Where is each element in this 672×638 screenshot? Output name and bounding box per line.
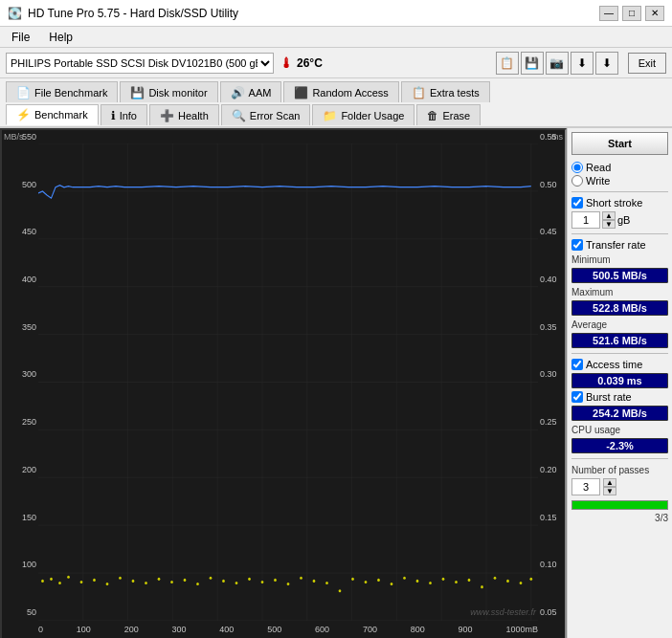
menu-help[interactable]: Help xyxy=(45,30,77,45)
tab-file-benchmark[interactable]: 📄 File Benchmark xyxy=(6,81,118,102)
write-radio[interactable] xyxy=(571,175,583,187)
stroke-unit: gB xyxy=(617,214,630,226)
tab-health-label: Health xyxy=(178,110,209,121)
minimize-button[interactable]: — xyxy=(599,6,618,21)
svg-point-38 xyxy=(235,582,238,584)
drive-select[interactable]: PHILIPS Portable SSD SCSI Disk DV1021B0 … xyxy=(6,53,274,74)
svg-point-52 xyxy=(416,580,419,583)
minimum-value: 500.5 MB/s xyxy=(571,268,668,283)
short-stroke-checkbox-item[interactable]: Short stroke xyxy=(571,197,668,209)
tab-erase-label: Erase xyxy=(442,110,470,121)
svg-point-41 xyxy=(274,579,277,582)
tab-error-scan[interactable]: 🔍 Error Scan xyxy=(221,104,311,125)
maximize-button[interactable]: □ xyxy=(622,6,641,21)
svg-point-44 xyxy=(313,580,316,583)
tab-file-benchmark-label: File Benchmark xyxy=(34,87,107,99)
tab-erase[interactable]: 🗑 Erase xyxy=(416,104,481,125)
tab-aam[interactable]: 🔊 AAM xyxy=(220,81,282,102)
svg-point-35 xyxy=(196,583,199,585)
svg-point-59 xyxy=(506,580,509,583)
tab-row-2: ⚡ Benchmark ℹ Info ➕ Health 🔍 Error Scan… xyxy=(4,103,668,126)
chart-left-axis: 550 500 450 400 350 300 250 200 150 100 … xyxy=(2,130,38,619)
tab-disk-monitor[interactable]: 💾 Disk monitor xyxy=(120,81,217,102)
access-time-checkbox-item[interactable]: Access time xyxy=(571,359,668,370)
stroke-down-button[interactable]: ▼ xyxy=(602,220,616,229)
divider-3 xyxy=(571,353,668,354)
stroke-input[interactable] xyxy=(571,211,600,229)
tab-benchmark[interactable]: ⚡ Benchmark xyxy=(6,104,99,125)
burst-rate-checkbox[interactable] xyxy=(571,391,583,403)
svg-point-51 xyxy=(403,577,406,580)
burst-rate-checkbox-item[interactable]: Burst rate xyxy=(571,391,668,403)
chart-bottom-axis: 0 100 200 300 400 500 600 700 800 900 10… xyxy=(38,621,538,638)
svg-point-58 xyxy=(494,577,497,580)
stroke-spinner-row: ▲ ▼ gB xyxy=(571,211,668,229)
title-bar: 💽 HD Tune Pro 5.75 - Hard Disk/SSD Utili… xyxy=(0,0,672,27)
read-radio-item[interactable]: Read xyxy=(571,162,668,173)
access-time-checkbox[interactable] xyxy=(571,359,583,370)
svg-point-46 xyxy=(339,589,342,592)
stroke-up-button[interactable]: ▲ xyxy=(602,211,616,220)
toolbar-btn-4[interactable]: ⬇ xyxy=(571,52,594,75)
passes-up-button[interactable]: ▲ xyxy=(603,478,616,487)
tab-random-access-label: Random Access xyxy=(312,87,388,99)
short-stroke-checkbox[interactable] xyxy=(571,197,583,209)
aam-icon: 🔊 xyxy=(231,86,245,99)
svg-point-42 xyxy=(287,583,290,585)
menu-file[interactable]: File xyxy=(8,30,34,45)
transfer-rate-checkbox[interactable] xyxy=(571,239,583,251)
tab-health[interactable]: ➕ Health xyxy=(149,104,219,125)
svg-point-56 xyxy=(468,579,471,582)
app-icon: 💽 xyxy=(8,7,22,20)
average-label: Average xyxy=(571,319,668,330)
svg-point-45 xyxy=(325,582,328,584)
read-write-group: Read Write xyxy=(571,162,668,187)
access-time-value: 0.039 ms xyxy=(571,373,668,388)
start-button[interactable]: Start xyxy=(571,132,668,155)
thermometer-icon: 🌡 xyxy=(280,55,293,71)
scatter-dots xyxy=(41,576,532,593)
transfer-rate-checkbox-item[interactable]: Transfer rate xyxy=(571,239,668,251)
passes-input[interactable] xyxy=(571,478,600,495)
tab-random-access[interactable]: ⬛ Random Access xyxy=(283,81,398,102)
tab-disk-monitor-label: Disk monitor xyxy=(148,87,207,99)
svg-point-47 xyxy=(351,578,354,581)
close-button[interactable]: ✕ xyxy=(645,6,664,21)
tab-folder-usage[interactable]: 📁 Folder Usage xyxy=(312,104,414,125)
exit-button[interactable]: Exit xyxy=(628,53,666,74)
watermark: www.ssd-tester.fr xyxy=(470,607,536,617)
toolbar-btn-5[interactable]: ⬇ xyxy=(595,52,618,75)
svg-point-32 xyxy=(158,578,161,581)
svg-point-55 xyxy=(455,581,458,583)
disk-monitor-icon: 💾 xyxy=(130,86,145,99)
toolbar-btn-2[interactable]: 💾 xyxy=(521,52,544,75)
svg-point-26 xyxy=(80,581,83,583)
write-radio-item[interactable]: Write xyxy=(571,175,668,187)
tab-bar: 📄 File Benchmark 💾 Disk monitor 🔊 AAM ⬛ … xyxy=(0,78,672,128)
passes-down-button[interactable]: ▼ xyxy=(603,487,616,495)
svg-point-22 xyxy=(41,580,44,583)
svg-point-53 xyxy=(429,582,432,584)
svg-point-36 xyxy=(210,577,213,580)
toolbar-btn-1[interactable]: 📋 xyxy=(496,52,519,75)
svg-point-40 xyxy=(261,581,264,583)
benchmark-icon: ⚡ xyxy=(16,108,31,121)
svg-point-57 xyxy=(481,585,483,588)
tab-aam-label: AAM xyxy=(249,87,272,99)
svg-point-30 xyxy=(132,580,135,583)
svg-point-54 xyxy=(442,578,445,581)
tab-info[interactable]: ℹ Info xyxy=(101,104,147,125)
svg-point-31 xyxy=(145,582,147,584)
toolbar-btn-3[interactable]: 📷 xyxy=(546,52,569,75)
read-label: Read xyxy=(586,162,611,173)
minimum-label: Minimum xyxy=(571,254,668,265)
progress-bar-inner xyxy=(572,501,667,509)
svg-point-27 xyxy=(93,579,96,582)
svg-point-28 xyxy=(106,583,109,585)
read-radio[interactable] xyxy=(571,162,583,173)
divider-4 xyxy=(571,458,668,459)
title-bar-text: 💽 HD Tune Pro 5.75 - Hard Disk/SSD Utili… xyxy=(8,7,238,20)
tab-extra-tests-label: Extra tests xyxy=(430,87,480,99)
tab-extra-tests[interactable]: 📋 Extra tests xyxy=(401,81,490,102)
extra-tests-icon: 📋 xyxy=(412,86,426,99)
